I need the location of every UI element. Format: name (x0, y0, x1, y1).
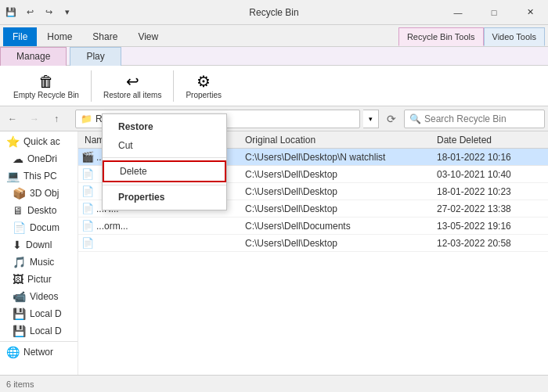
ribbon-subtabs: Manage Play (0, 47, 548, 66)
ctx-cut[interactable]: Cut (103, 136, 226, 155)
file-orig-cell: C:\Users\Dell\Desktop (239, 238, 431, 249)
ctx-delete[interactable]: Delete (103, 160, 226, 182)
file-icon: 📄 (81, 237, 94, 249)
file-icon: 📄 (81, 185, 94, 197)
file-date-cell: 12-03-2022 20:58 (431, 238, 548, 249)
file-date-cell: 18-01-2022 10:23 (431, 186, 548, 197)
col-header-date[interactable]: Date Deleted (431, 135, 548, 146)
search-input[interactable] (424, 113, 539, 124)
address-dropdown-btn[interactable]: ▾ (363, 110, 379, 128)
ctx-restore[interactable]: Restore (103, 117, 226, 136)
qat-redo-btn[interactable]: ↪ (41, 5, 56, 20)
desktop-icon: 🖥 (13, 204, 23, 217)
sidebar-item-desktop[interactable]: 🖥 Deskto (0, 202, 78, 219)
sidebar-item-3d-objects[interactable]: 📦 3D Obj (0, 185, 78, 202)
maximize-button[interactable]: □ (476, 0, 512, 25)
tab-play[interactable]: Video Tools (484, 27, 545, 46)
quick-access-icon: ⭐ (6, 135, 20, 148)
qat-save-btn[interactable]: 💾 (3, 5, 19, 20)
address-bar: ← → ↑ 📁 Recycle Bin › I – P, Other ▾ ⟳ 🔍 (0, 106, 548, 131)
file-name-cell: 📄 ...orm... (78, 220, 239, 232)
sidebar-item-pictures[interactable]: 🖼 Pictur (0, 271, 78, 288)
col-header-orig[interactable]: Original Location (239, 135, 431, 146)
ctx-separator-2 (103, 185, 226, 185)
search-box: 🔍 (404, 110, 545, 128)
ribbon-tabs: File Home Share View Recycle Bin Tools V… (0, 25, 548, 47)
file-orig-cell: C:\Users\Dell\Documents (239, 221, 431, 232)
subtab-play[interactable]: Play (70, 47, 121, 66)
ctx-separator (103, 157, 226, 158)
local-disk-1-icon: 💾 (13, 307, 26, 320)
ribbon-content: 🗑 Empty Recycle Bin ↩ Restore all items … (0, 66, 548, 106)
3d-objects-icon: 📦 (13, 187, 26, 200)
minimize-button[interactable]: — (440, 0, 476, 25)
search-icon: 🔍 (409, 113, 421, 124)
file-name-cell: 📄 (78, 237, 239, 249)
sidebar-item-network[interactable]: 🌐 Networ (0, 343, 78, 361)
file-date-cell: 03-10-2021 10:40 (431, 169, 548, 180)
ctx-properties[interactable]: Properties (103, 188, 226, 207)
file-icon: 📄 (81, 220, 94, 232)
up-button[interactable]: ↑ (47, 110, 66, 128)
videos-icon: 📹 (13, 290, 26, 303)
file-date-cell: 18-01-2022 10:16 (431, 152, 548, 163)
tab-view[interactable]: View (128, 27, 168, 46)
file-icon: 📄 (81, 168, 94, 180)
onedrive-icon: ☁ (13, 153, 23, 165)
this-pc-icon: 💻 (6, 170, 20, 182)
network-icon: 🌐 (6, 346, 20, 358)
tab-file[interactable]: File (3, 27, 37, 46)
sidebar-item-local-disk-1[interactable]: 💾 Local D (0, 305, 78, 322)
file-orig-cell: C:\Users\Dell\Desktop (239, 169, 431, 180)
pictures-icon: 🖼 (13, 273, 23, 286)
title-bar: 💾 ↩ ↪ ▾ Recycle Bin — □ ✕ (0, 0, 548, 25)
sidebar-item-documents[interactable]: 📄 Docum (0, 219, 78, 236)
file-orig-cell: C:\Users\Dell\Desktop\N watchlist (239, 152, 431, 163)
tab-share[interactable]: Share (82, 27, 128, 46)
table-row[interactable]: 📄 C:\Users\Dell\Desktop 12-03-2022 20:58 (78, 235, 548, 252)
forward-button[interactable]: → (25, 110, 44, 128)
ribbon-btn-empty-recycle[interactable]: 🗑 Empty Recycle Bin (6, 70, 86, 102)
sidebar-item-onedrive[interactable]: ☁ OneDri (0, 150, 78, 167)
qat-down-btn[interactable]: ▾ (59, 5, 75, 20)
qat-undo-btn[interactable]: ↩ (22, 5, 38, 20)
file-orig-cell: C:\Users\Dell\Desktop (239, 203, 431, 214)
status-item-count: 6 items (6, 379, 34, 389)
sidebar: ⭐ Quick ac ☁ OneDri 💻 This PC 📦 3D Obj 🖥… (0, 131, 78, 375)
window-title: Recycle Bin (249, 7, 298, 18)
context-menu: Restore Cut Delete Properties (102, 113, 227, 210)
file-orig-cell: C:\Users\Dell\Desktop (239, 186, 431, 197)
sidebar-item-this-pc[interactable]: 💻 This PC (0, 167, 78, 185)
status-bar: 6 items (0, 375, 548, 392)
documents-icon: 📄 (13, 221, 26, 234)
subtab-manage[interactable]: Manage (0, 47, 67, 66)
local-disk-2-icon: 💾 (13, 325, 26, 337)
sidebar-item-music[interactable]: 🎵 Music (0, 254, 78, 271)
refresh-button[interactable]: ⟳ (382, 110, 401, 128)
main-area: ⭐ Quick ac ☁ OneDri 💻 This PC 📦 3D Obj 🖥… (0, 131, 548, 375)
ribbon-btn-properties[interactable]: ⚙ Properties (178, 70, 229, 102)
close-button[interactable]: ✕ (512, 0, 548, 25)
ribbon-btn-restore-all[interactable]: ↩ Restore all items (96, 70, 168, 102)
tab-home[interactable]: Home (37, 27, 82, 46)
file-date-cell: 13-05-2022 19:16 (431, 221, 548, 232)
folder-icon: 📁 (81, 113, 92, 124)
title-bar-left: 💾 ↩ ↪ ▾ (3, 5, 440, 20)
file-icon: 🎬 (81, 151, 94, 163)
sidebar-item-videos[interactable]: 📹 Videos (0, 288, 78, 305)
sidebar-divider (0, 341, 78, 342)
music-icon: 🎵 (13, 256, 26, 268)
tab-manage[interactable]: Recycle Bin Tools (398, 27, 484, 46)
sidebar-item-quick-access[interactable]: ⭐ Quick ac (0, 133, 78, 150)
back-button[interactable]: ← (3, 110, 22, 128)
downloads-icon: ⬇ (13, 239, 22, 251)
sidebar-item-local-disk-2[interactable]: 💾 Local D (0, 322, 78, 340)
file-icon: 📄 (81, 203, 94, 214)
table-row[interactable]: 📄 ...orm... C:\Users\Dell\Documents 13-0… (78, 218, 548, 235)
sidebar-item-downloads[interactable]: ⬇ Downl (0, 236, 78, 254)
file-date-cell: 27-02-2022 13:38 (431, 203, 548, 214)
title-bar-controls: — □ ✕ (440, 0, 548, 25)
